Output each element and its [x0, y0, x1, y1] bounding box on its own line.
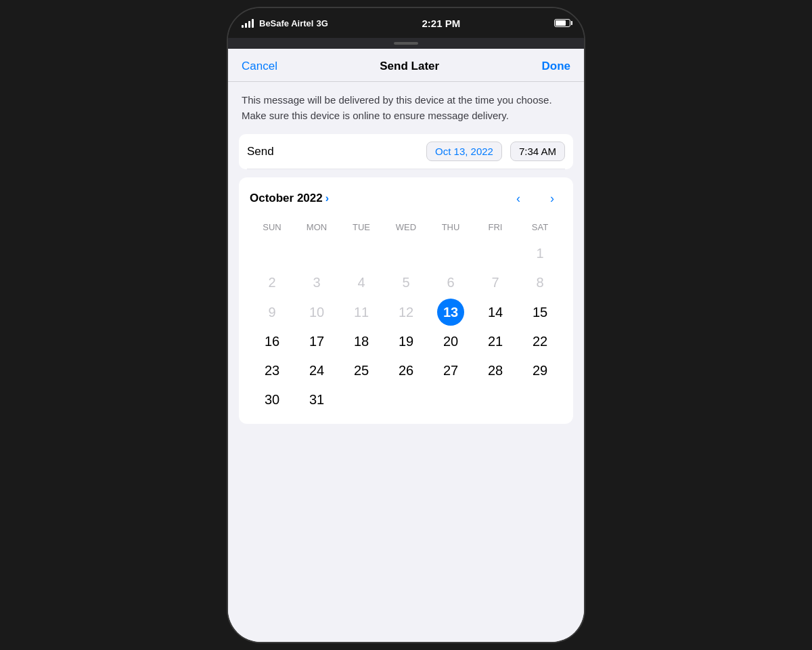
calendar-day[interactable]: 8 — [518, 269, 562, 296]
modal-content: Cancel Send Later Done This message will… — [228, 49, 584, 642]
month-year-label: October 2022 — [250, 192, 323, 205]
calendar-day[interactable]: 13 — [437, 299, 464, 326]
days-grid[interactable]: 1234567891011121314151617181920212223242… — [250, 240, 562, 413]
calendar-empty-day — [428, 240, 473, 267]
next-month-button[interactable]: › — [542, 188, 562, 209]
calendar-empty-day — [384, 240, 428, 267]
calendar-day[interactable]: 10 — [294, 299, 339, 326]
bottom-section — [228, 432, 584, 642]
calendar-day[interactable]: 31 — [294, 387, 339, 413]
weekday-label: MON — [294, 219, 339, 235]
calendar-empty-day — [339, 387, 384, 413]
weekday-label: SUN — [250, 219, 294, 235]
calendar-day[interactable]: 2 — [250, 269, 294, 296]
prev-month-button[interactable]: ‹ — [508, 188, 528, 209]
calendar-day[interactable]: 1 — [518, 240, 562, 267]
calendar-day[interactable]: 20 — [428, 328, 473, 355]
calendar-empty-day — [294, 240, 339, 267]
network-label: 3G — [316, 18, 328, 28]
calendar-day[interactable]: 5 — [384, 269, 428, 296]
calendar-day[interactable]: 30 — [250, 387, 294, 413]
modal-header: Cancel Send Later Done — [228, 49, 584, 82]
calendar-day[interactable]: 22 — [518, 328, 562, 355]
calendar-day[interactable]: 24 — [294, 358, 339, 384]
calendar-empty-day — [250, 240, 294, 267]
calendar-day[interactable]: 26 — [384, 358, 428, 384]
done-button[interactable]: Done — [542, 60, 571, 73]
send-row: Send Oct 13, 2022 7:34 AM — [247, 134, 565, 169]
battery-fill — [556, 20, 566, 26]
calendar-empty-day — [473, 387, 518, 413]
send-row-container: Send Oct 13, 2022 7:34 AM — [239, 134, 573, 169]
weekday-label: THU — [428, 219, 473, 235]
calendar-day[interactable]: 23 — [250, 358, 294, 384]
calendar-day[interactable]: 18 — [339, 328, 384, 355]
time-label: 2:21 PM — [422, 18, 461, 29]
calendar-day[interactable]: 12 — [384, 299, 428, 326]
calendar-day[interactable]: 15 — [518, 299, 562, 326]
nav-buttons: ‹ › — [508, 188, 562, 209]
drag-pill — [394, 42, 418, 45]
phone-frame: BeSafe Airtel 3G 2:21 PM Cancel Send Lat… — [227, 7, 585, 643]
description-text: This message will be delivered by this d… — [228, 82, 584, 134]
expand-month-icon: › — [325, 192, 329, 204]
calendar-day[interactable]: 27 — [428, 358, 473, 384]
send-label: Send — [247, 145, 418, 158]
carrier-info: BeSafe Airtel 3G — [242, 18, 328, 28]
modal-title: Send Later — [380, 60, 439, 73]
calendar-day[interactable]: 16 — [250, 328, 294, 355]
weekday-label: WED — [384, 219, 428, 235]
calendar-container: October 2022 › ‹ › SUNMONTUEWEDTHUFRISAT… — [239, 177, 573, 424]
signal-icon — [242, 19, 254, 28]
calendar-day[interactable]: 9 — [250, 299, 294, 326]
weekday-row: SUNMONTUEWEDTHUFRISAT — [250, 219, 562, 235]
calendar-day[interactable]: 29 — [518, 358, 562, 384]
drag-handle-bar — [228, 38, 584, 49]
calendar-day[interactable]: 6 — [428, 269, 473, 296]
calendar-day[interactable]: 28 — [473, 358, 518, 384]
calendar-day[interactable]: 17 — [294, 328, 339, 355]
calendar-day[interactable]: 11 — [339, 299, 384, 326]
weekday-label: SAT — [518, 219, 562, 235]
calendar-day[interactable]: 3 — [294, 269, 339, 296]
calendar-empty-day — [518, 387, 562, 413]
calendar-day[interactable]: 21 — [473, 328, 518, 355]
date-picker-pill[interactable]: Oct 13, 2022 — [426, 142, 502, 161]
cancel-button[interactable]: Cancel — [242, 60, 277, 73]
calendar-empty-day — [384, 387, 428, 413]
weekday-label: FRI — [473, 219, 518, 235]
time-picker-pill[interactable]: 7:34 AM — [510, 142, 565, 161]
calendar-empty-day — [473, 240, 518, 267]
calendar-day[interactable]: 7 — [473, 269, 518, 296]
status-bar: BeSafe Airtel 3G 2:21 PM — [228, 8, 584, 38]
calendar-empty-day — [339, 240, 384, 267]
calendar-empty-day — [428, 387, 473, 413]
battery-area — [554, 19, 570, 27]
calendar-nav: October 2022 › ‹ › — [250, 188, 562, 209]
carrier-label: BeSafe Airtel — [259, 18, 313, 28]
weekday-label: TUE — [339, 219, 384, 235]
month-title[interactable]: October 2022 › — [250, 192, 329, 205]
calendar-day[interactable]: 4 — [339, 269, 384, 296]
battery-icon — [554, 19, 570, 27]
calendar-day[interactable]: 19 — [384, 328, 428, 355]
calendar-day[interactable]: 14 — [473, 299, 518, 326]
calendar-day[interactable]: 25 — [339, 358, 384, 384]
